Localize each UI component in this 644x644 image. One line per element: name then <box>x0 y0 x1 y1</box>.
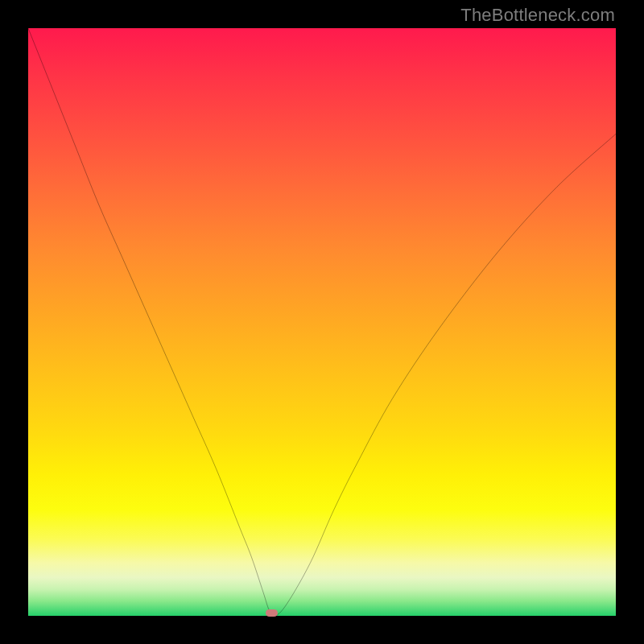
plot-area <box>28 28 616 616</box>
watermark: TheBottleneck.com <box>460 5 615 26</box>
bottleneck-curve <box>28 28 616 616</box>
curve-layer <box>28 28 616 616</box>
chart-frame: TheBottleneck.com <box>0 0 644 644</box>
optimum-marker <box>266 609 278 617</box>
